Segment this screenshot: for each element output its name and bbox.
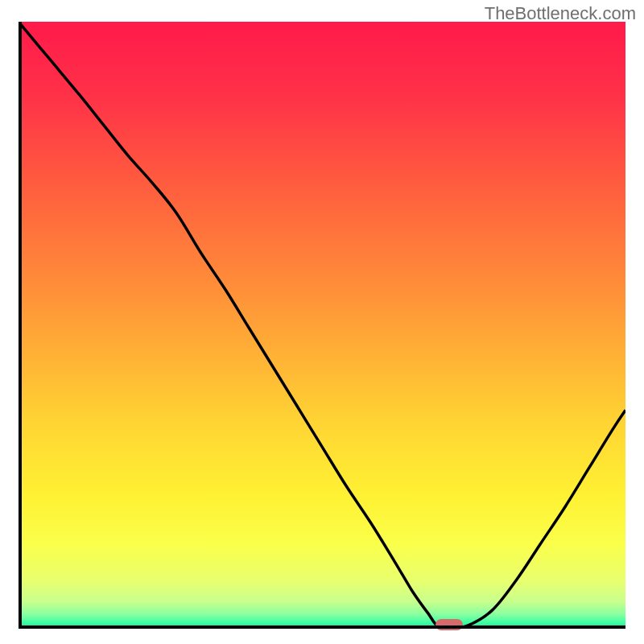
chart-svg: [19, 22, 625, 629]
x-axis-line: [19, 625, 625, 629]
gradient-background: [19, 22, 625, 629]
watermark-text: TheBottleneck.com: [485, 3, 636, 24]
chart-container: TheBottleneck.com: [0, 0, 644, 644]
y-axis-line: [19, 22, 22, 629]
